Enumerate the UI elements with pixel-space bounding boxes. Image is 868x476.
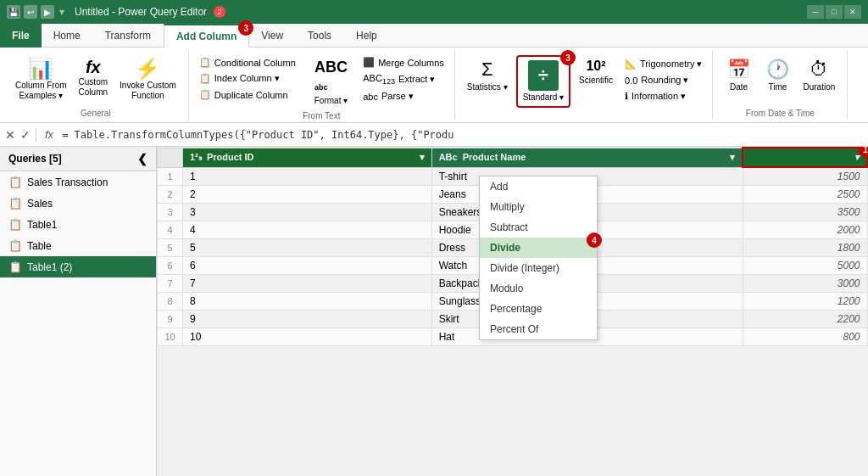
dropdown-percentage[interactable]: Percentage [480, 299, 597, 319]
sidebar-item-table[interactable]: 📋 Table [0, 235, 156, 256]
sidebar-item-table1-2[interactable]: 📋 Table1 (2) [0, 256, 156, 277]
table1-2-label: Table1 (2) [27, 261, 72, 273]
column-from-examples-btn[interactable]: 📊 Column FromExamples ▾ [10, 55, 72, 104]
title-bar: 💾 ↩ ▶ ▾ Untitled - Power Query Editor 2 … [0, 0, 868, 24]
cell-value: 5000 [743, 257, 867, 275]
cell-value: 3000 [743, 275, 867, 293]
collapse-icon[interactable]: ❮ [137, 152, 147, 165]
cell-value: 1200 [743, 293, 867, 311]
cell-idx: 3 [158, 204, 183, 221]
standard-btn[interactable]: ÷ Standard ▾ 3 [516, 55, 570, 108]
dropdown-divide[interactable]: Divide 4 [480, 238, 597, 258]
product-name-type-icon: ABc [439, 152, 458, 162]
sidebar-item-sales[interactable]: 📋 Sales [0, 193, 156, 214]
formula-input[interactable] [62, 129, 863, 141]
cell-product-id: 5 [183, 239, 432, 257]
ribbon: File Home Transform Add Column 3 View To… [0, 24, 868, 123]
cell-idx: 10 [158, 328, 183, 346]
sales-transaction-icon: 📋 [8, 176, 22, 188]
time-icon: 🕐 [766, 59, 789, 81]
col-header-product-name[interactable]: ABc Product Name ▾ [431, 148, 743, 167]
date-btn[interactable]: 📅 Date [720, 55, 757, 96]
conditional-column-btn[interactable]: 📋 Conditional Column [196, 55, 299, 70]
col-header-idx [158, 148, 183, 167]
standard-icon: ÷ [528, 60, 559, 91]
from-date-label: From Date & Time [746, 109, 815, 118]
parse-icon: abc [363, 92, 378, 102]
formula-separator [36, 128, 36, 142]
cell-idx: 4 [158, 221, 183, 239]
sidebar: Queries [5] ❮ 📋 Sales Transaction 📋 Sale… [0, 147, 157, 476]
duplicate-column-icon: 📋 [199, 89, 211, 100]
table-label: Table [27, 240, 52, 252]
parse-btn[interactable]: abc Parse ▾ [359, 89, 448, 104]
tab-view[interactable]: View [249, 24, 296, 48]
cell-value: 2000 [743, 221, 867, 239]
minimize-btn[interactable]: ─ [807, 5, 824, 19]
tab-add-column[interactable]: Add Column 3 [164, 24, 249, 48]
ribbon-group-from-text: 📋 Conditional Column 📋 Index Column ▾ 📋 … [189, 50, 455, 120]
extract-icon: ABC123 [363, 73, 395, 86]
index-column-btn[interactable]: 📋 Index Column ▾ [196, 71, 299, 86]
dropdown-modulo[interactable]: Modulo [480, 278, 597, 299]
from-date-items: 📅 Date 🕐 Time ⏱ Duration [720, 52, 840, 107]
tab-help[interactable]: Help [344, 24, 390, 48]
rounding-btn[interactable]: 0.0 Rounding ▾ [621, 73, 705, 87]
ribbon-tabs: File Home Transform Add Column 3 View To… [0, 24, 868, 48]
table1-icon: 📋 [8, 218, 22, 231]
maximize-btn[interactable]: □ [826, 5, 843, 19]
statistics-btn[interactable]: Σ Statistics ▾ [462, 55, 513, 96]
sales-transaction-label: Sales Transaction [27, 176, 108, 188]
scientific-btn[interactable]: 10² Scientific [574, 55, 618, 89]
dropdown-multiply[interactable]: Multiply [480, 197, 597, 217]
dropdown-add[interactable]: Add [480, 176, 597, 197]
trigonometry-btn[interactable]: 📐 Trigonometry ▾ [621, 57, 705, 71]
duration-btn[interactable]: ⏱ Duration [798, 55, 840, 96]
index-column-label: Index Column ▾ [214, 73, 280, 84]
undo-icon[interactable]: ↩ [24, 5, 37, 19]
custom-column-btn[interactable]: fx CustomColumn [74, 55, 113, 101]
sales-label: Sales [27, 198, 53, 210]
save-icon[interactable]: 💾 [7, 5, 20, 19]
invoke-custom-function-btn[interactable]: ⚡ Invoke CustomFunction [114, 55, 181, 104]
formula-confirm-icon[interactable]: ✓ [20, 128, 31, 142]
cell-idx: 1 [158, 167, 183, 186]
redo-icon[interactable]: ▶ [41, 5, 54, 19]
sidebar-item-table1[interactable]: 📋 Table1 [0, 214, 156, 235]
information-btn[interactable]: ℹ Information ▾ [621, 89, 705, 104]
cell-idx: 2 [158, 186, 183, 204]
sidebar-item-sales-transaction[interactable]: 📋 Sales Transaction [0, 171, 156, 193]
table1-2-icon: 📋 [8, 260, 22, 273]
trig-icon: 📐 [625, 59, 637, 70]
format-btn[interactable]: ABCabc Format ▾ [309, 55, 353, 109]
conditional-column-icon: 📋 [199, 57, 211, 68]
tab-tools[interactable]: Tools [296, 24, 344, 48]
tab-home[interactable]: Home [42, 24, 93, 48]
dropdown-percent-of[interactable]: Percent Of [480, 319, 597, 339]
cell-product-id: 10 [183, 328, 432, 346]
cell-product-id: 3 [183, 204, 432, 221]
sidebar-header: Queries [5] ❮ [0, 147, 156, 171]
close-btn[interactable]: ✕ [844, 5, 861, 19]
sales-icon: 📋 [8, 197, 22, 210]
formula-cancel-icon[interactable]: ✕ [5, 128, 15, 142]
product-name-filter-icon[interactable]: ▾ [730, 152, 735, 163]
product-id-filter-icon[interactable]: ▾ [420, 152, 425, 163]
general-label: General [81, 109, 111, 118]
col-header-value[interactable]: ▾ 1 [743, 148, 867, 167]
tab-transform[interactable]: Transform [93, 24, 164, 48]
dropdown-divide-integer[interactable]: Divide (Integer) [480, 258, 597, 278]
dropdown-subtract[interactable]: Subtract [480, 217, 597, 238]
tab-file[interactable]: File [0, 24, 42, 48]
time-btn[interactable]: 🕐 Time [759, 55, 796, 96]
ribbon-content: 📊 Column FromExamples ▾ fx CustomColumn … [0, 48, 868, 122]
extract-btn[interactable]: ABC123 Extract ▾ [359, 71, 448, 87]
cell-product-id: 1 [183, 167, 432, 186]
cell-product-id: 9 [183, 311, 432, 328]
from-number-items: Σ Statistics ▾ ÷ Standard ▾ 3 10² Scient… [462, 52, 706, 116]
duplicate-column-btn[interactable]: 📋 Duplicate Column [196, 87, 299, 102]
merge-columns-btn[interactable]: ⬛ Merge Columns [359, 55, 448, 70]
col-header-product-id[interactable]: 1²₃ Product ID ▾ [183, 148, 432, 167]
formula-bar: ✕ ✓ fx [0, 123, 868, 147]
invoke-icon: ⚡ [135, 59, 160, 79]
